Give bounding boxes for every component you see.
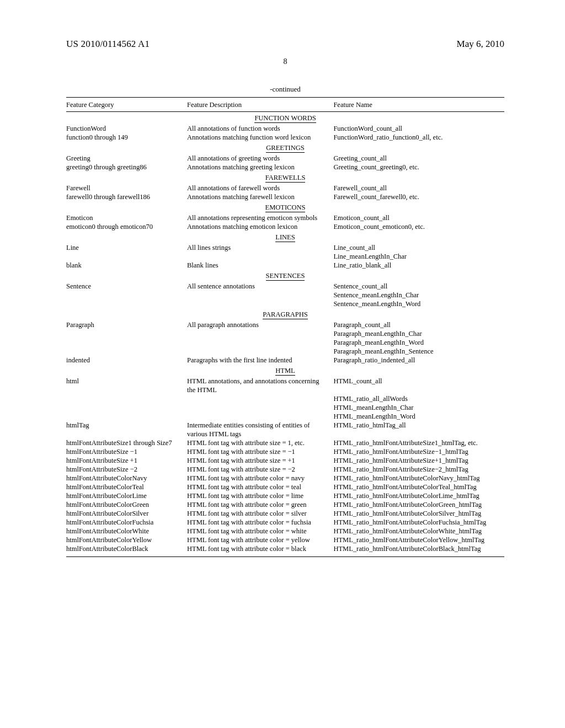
table-row: htmlFontAttributeSize −2HTML font tag wi… xyxy=(66,465,504,474)
cell-description: Intermediate entities consisting of enti… xyxy=(187,421,333,438)
cell-name: HTML_ratio_htmlFontAttributeColorSilver_… xyxy=(333,509,504,518)
cell-description: HTML font tag with attribute size = −1 xyxy=(187,447,333,456)
table-row: indentedParagraphs with the first line i… xyxy=(66,356,504,365)
cell-name: Sentence_count_all xyxy=(333,282,504,291)
table-header-row: Feature Category Feature Description Fea… xyxy=(66,98,504,112)
page: US 2010/0114562 A1 May 6, 2010 8 -contin… xyxy=(0,0,565,557)
cell-name: Paragraph_ratio_indented_all xyxy=(333,356,504,365)
table-row: Paragraph_meanLengthIn_Sentence xyxy=(66,347,504,356)
cell-name: Emoticon_count_all xyxy=(333,213,504,222)
table-row: htmlTagIntermediate entities consisting … xyxy=(66,421,504,438)
cell-description: Annotations matching greeting lexicon xyxy=(187,163,333,172)
table-row: LineAll lines stringsLine_count_all xyxy=(66,243,504,252)
cell-category: htmlFontAttributeSize +1 xyxy=(66,456,187,465)
section-title: PARAGRAPHS xyxy=(263,311,308,319)
section-title: LINES xyxy=(275,233,295,242)
cell-category: htmlFontAttributeColorBlack xyxy=(66,544,187,553)
cell-description: HTML font tag with attribute size = −2 xyxy=(187,465,333,474)
continued-label: -continued xyxy=(66,85,504,94)
cell-description: All annotations of function words xyxy=(187,124,333,133)
section-title: SENTENCES xyxy=(266,272,305,281)
cell-name: Sentence_meanLengthIn_Word xyxy=(333,299,504,308)
cell-description: Annotations matching farewell lexicon xyxy=(187,192,333,201)
cell-description: HTML font tag with attribute color = sil… xyxy=(187,509,333,518)
cell-category: emoticon0 through emoticon70 xyxy=(66,222,187,231)
table-row: Sentence_meanLengthIn_Char xyxy=(66,291,504,299)
table-row: FunctionWordAll annotations of function … xyxy=(66,124,504,133)
page-header: US 2010/0114562 A1 May 6, 2010 xyxy=(66,39,504,50)
cell-category: htmlFontAttributeColorSilver xyxy=(66,509,187,518)
col-header-category: Feature Category xyxy=(66,101,187,109)
table-row: htmlFontAttributeColorFuchsiaHTML font t… xyxy=(66,518,504,527)
publication-date: May 6, 2010 xyxy=(457,39,504,50)
cell-category xyxy=(66,338,187,347)
table-row: blankBlank linesLine_ratio_blank_all xyxy=(66,261,504,270)
cell-category: htmlFontAttributeColorTeal xyxy=(66,483,187,491)
cell-description: HTML font tag with attribute color = gre… xyxy=(187,500,333,509)
cell-category: indented xyxy=(66,356,187,365)
cell-category: htmlFontAttributeColorLime xyxy=(66,491,187,500)
table-row: SentenceAll sentence annotationsSentence… xyxy=(66,282,504,291)
cell-description: All paragraph annotations xyxy=(187,320,333,329)
cell-name: HTML_count_all xyxy=(333,377,504,394)
table-row: function0 through 149Annotations matchin… xyxy=(66,133,504,142)
cell-name: Farewell_count_all xyxy=(333,184,504,192)
table-row: ParagraphAll paragraph annotationsParagr… xyxy=(66,320,504,329)
cell-name: HTML_ratio_htmlTag_all xyxy=(333,421,504,438)
table-row: htmlFontAttributeColorTealHTML font tag … xyxy=(66,483,504,491)
cell-name: Paragraph_count_all xyxy=(333,320,504,329)
table-row: EmoticonAll annotations representing emo… xyxy=(66,213,504,222)
cell-name: HTML_ratio_htmlFontAttributeSize+1_htmlT… xyxy=(333,456,504,465)
cell-name: HTML_ratio_htmlFontAttributeColorGreen_h… xyxy=(333,500,504,509)
cell-name: Emoticon_count_emoticon0, etc. xyxy=(333,222,504,231)
cell-description: HTML annotations, and annotations concer… xyxy=(187,377,333,394)
feature-table: Feature Category Feature Description Fea… xyxy=(66,97,504,557)
cell-name: HTML_meanLengthIn_Char xyxy=(333,403,504,412)
cell-description: HTML font tag with attribute color = yel… xyxy=(187,536,333,544)
table-row: htmlFontAttributeColorWhiteHTML font tag… xyxy=(66,527,504,536)
table-row: HTML_ratio_all_allWords xyxy=(66,394,504,403)
cell-category xyxy=(66,252,187,261)
cell-description: All sentence annotations xyxy=(187,282,333,291)
table-row: htmlHTML annotations, and annotations co… xyxy=(66,377,504,394)
cell-description xyxy=(187,347,333,356)
cell-description: HTML font tag with attribute size = 1, e… xyxy=(187,438,333,447)
cell-name: HTML_ratio_htmlFontAttributeSize−2_htmlT… xyxy=(333,465,504,474)
table-row: htmlFontAttributeSize1 through Size7HTML… xyxy=(66,438,504,447)
cell-name: FunctionWord_ratio_function0_all, etc. xyxy=(333,133,504,142)
table-row: HTML_meanLengthIn_Word xyxy=(66,412,504,421)
table-row: Line_meanLengthIn_Char xyxy=(66,252,504,261)
cell-category: htmlFontAttributeColorYellow xyxy=(66,536,187,544)
cell-category: htmlFontAttributeSize −1 xyxy=(66,447,187,456)
cell-category: function0 through 149 xyxy=(66,133,187,142)
cell-category: Paragraph xyxy=(66,320,187,329)
cell-name: Line_count_all xyxy=(333,243,504,252)
cell-name: Paragraph_meanLengthIn_Sentence xyxy=(333,347,504,356)
cell-category xyxy=(66,329,187,338)
section-title: EMOTICONS xyxy=(265,204,306,212)
cell-description xyxy=(187,338,333,347)
section-heading: GREETINGS xyxy=(66,142,504,154)
cell-category: htmlFontAttributeColorNavy xyxy=(66,474,187,483)
cell-description xyxy=(187,403,333,412)
cell-category xyxy=(66,347,187,356)
cell-name: HTML_ratio_htmlFontAttributeColorBlack_h… xyxy=(333,544,504,553)
cell-name: Greeting_count_greeting0, etc. xyxy=(333,163,504,172)
col-header-description: Feature Description xyxy=(187,101,333,109)
cell-name: Farewell_count_farewell0, etc. xyxy=(333,192,504,201)
cell-description xyxy=(187,252,333,261)
table-body: FUNCTION WORDSFunctionWordAll annotation… xyxy=(66,112,504,553)
cell-description: All annotations representing emoticon sy… xyxy=(187,213,333,222)
table-row: htmlFontAttributeColorSilverHTML font ta… xyxy=(66,509,504,518)
table-row: emoticon0 through emoticon70Annotations … xyxy=(66,222,504,231)
cell-name: HTML_meanLengthIn_Word xyxy=(333,412,504,421)
cell-category: htmlFontAttributeSize −2 xyxy=(66,465,187,474)
table-row: htmlFontAttributeColorGreenHTML font tag… xyxy=(66,500,504,509)
cell-category: Farewell xyxy=(66,184,187,192)
cell-category xyxy=(66,291,187,299)
section-title: FUNCTION WORDS xyxy=(254,114,316,123)
cell-description: HTML font tag with attribute color = whi… xyxy=(187,527,333,536)
cell-category: htmlFontAttributeColorFuchsia xyxy=(66,518,187,527)
cell-description: Annotations matching function word lexic… xyxy=(187,133,333,142)
section-heading: PARAGRAPHS xyxy=(66,308,504,320)
